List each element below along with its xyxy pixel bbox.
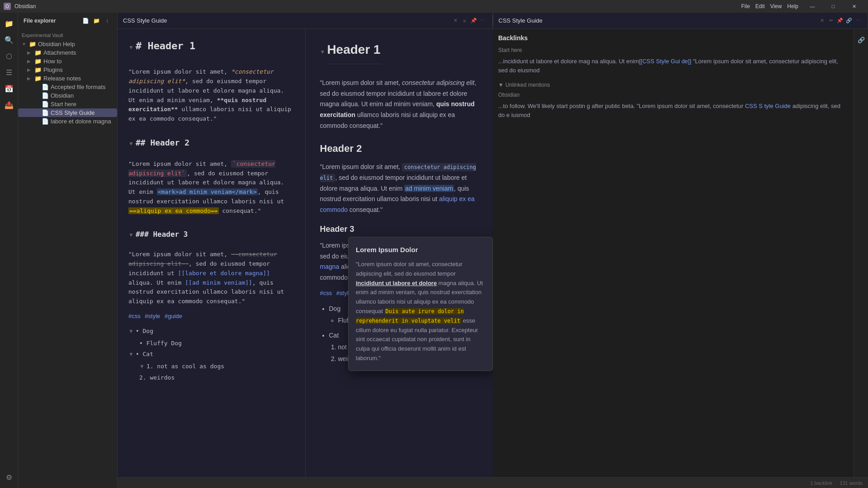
settings-icon[interactable]: ⚙ (2, 470, 16, 484)
menu-view[interactable]: View (770, 3, 782, 9)
new-file-button[interactable]: 📄 (81, 16, 90, 25)
list-item-cat-2: 2. weirdos (128, 373, 294, 383)
app-body: 📁 🔍 ⬡ ☰ 📅 📤 ⚙ File explorer 📄 📁 ↕ Experi… (0, 13, 868, 488)
tree-label-plugins: Plugins (43, 66, 113, 73)
tree-item-start-here[interactable]: ▶ 📄 Start here (18, 100, 117, 108)
collapse-cat[interactable]: ▼ (128, 350, 134, 359)
prev-link-veniam[interactable]: ad minim veniam (404, 185, 454, 192)
tab-left-title: CSS Style Guide (123, 17, 449, 24)
backlinks-css-style-link[interactable]: CSS S tyle Guide (745, 103, 791, 109)
menu-help[interactable]: Help (787, 3, 798, 9)
menu-file[interactable]: File (741, 3, 750, 9)
tree-item-obsidian[interactable]: ▶ 📄 Obsidian (18, 91, 117, 100)
tabs-row: CSS Style Guide ✕ ≡ 📌 ⋯ CSS Style Guide … (118, 13, 868, 29)
files-icon[interactable]: 📁 (2, 16, 16, 31)
tree-item-obsidian-help[interactable]: ▼ 📁 Obsidian Help (18, 40, 117, 48)
prev-italic: consectetur adipiscing elit (402, 79, 474, 86)
tooltip-title: Lorem Ipsum Dolor (356, 244, 485, 255)
tree-label-aff: Accepted file formats (51, 84, 113, 90)
maximize-button[interactable]: □ (823, 0, 844, 13)
graph-icon[interactable]: ⬡ (2, 49, 16, 63)
panel-wrapper: ▼ # Header 1 "Lorem ipsum dolor sit amet… (118, 29, 868, 477)
file-icon-css-style-guide: 📄 (42, 109, 49, 116)
tab-left-close[interactable]: ✕ (452, 17, 460, 25)
preview-header2: Header 2 (320, 141, 479, 156)
backlinks-unlinked-header[interactable]: ▼ Unlinked mentions (498, 82, 848, 88)
tree-item-accepted-file-formats[interactable]: ▶ 📄 Accepted file formats (18, 83, 117, 91)
tree-item-plugins[interactable]: ▶ 📁 Plugins (18, 66, 117, 74)
tab-right[interactable]: CSS Style Guide ✕ ✏ 📌 🔗 ⋯ (493, 13, 868, 28)
preview-content-right[interactable]: ▼ Header 1 "Lorem ipsum dolor sit amet, … (306, 29, 493, 477)
tab-left-pin[interactable]: 📌 (470, 17, 478, 25)
tree-item-attachments[interactable]: ▶ 📁 Attachments (18, 48, 117, 57)
tree-item-labore[interactable]: ▶ 📄 labore et dolore magna (18, 117, 117, 126)
status-backlinks: 1 backlink (810, 480, 832, 486)
menu-bar[interactable]: File Edit View Help (741, 3, 798, 9)
panels: ▼ # Header 1 "Lorem ipsum dolor sit amet… (118, 29, 493, 477)
tag-css[interactable]: #css (128, 313, 141, 319)
backlinks-start-text: ...incididunt ut labore et dolore mag na… (498, 57, 848, 75)
backlinks-obsidian-header[interactable]: Obsidian (498, 92, 848, 98)
tab-left-more[interactable]: ⋯ (479, 17, 487, 25)
close-button[interactable]: ✕ (844, 0, 864, 13)
tab-left-layout[interactable]: ≡ (461, 17, 469, 25)
tree-item-how-to[interactable]: ▶ 📁 How to (18, 57, 117, 66)
backlinks-section-header-start[interactable]: Start here (498, 47, 848, 53)
list-item-fluffy: • Fluffy Dog (128, 339, 294, 348)
editor-content-left[interactable]: ▼ # Header 1 "Lorem ipsum dolor sit amet… (118, 29, 305, 477)
wiki-link-1[interactable]: [[labore et dolore magna]] (178, 270, 270, 277)
collapse-h3[interactable]: ▼ (128, 231, 134, 239)
tooltip-highlight: incididunt ut labore et dolore (356, 280, 437, 286)
file-icon-aff: 📄 (42, 84, 49, 90)
collapse-dog[interactable]: ▼ (128, 327, 134, 336)
preview-collapse-h1[interactable]: ▼ (320, 48, 326, 56)
md-header3: ### Header 3 (136, 229, 188, 240)
md-header2: ## Header 2 (136, 136, 189, 150)
tab-right-edit[interactable]: ✏ (827, 17, 835, 25)
strike-text: ~~consectetur adipiscing elit~~ (128, 251, 277, 267)
tab-right-close[interactable]: ✕ (818, 17, 826, 25)
tree-label-obsidian-help: Obsidian Help (38, 41, 113, 47)
tab-right-pin[interactable]: 📌 (836, 17, 844, 25)
arrow-obsidian-help: ▼ (22, 42, 29, 47)
backlinks-unlinked-label: Unlinked mentions (505, 82, 550, 88)
kanban-icon[interactable]: ☰ (2, 65, 16, 80)
tab-right-link[interactable]: 🔗 (845, 17, 853, 25)
prev-tag-css[interactable]: #css (320, 290, 332, 296)
publish-icon[interactable]: 📤 (2, 98, 16, 112)
file-explorer: File explorer 📄 📁 ↕ Experimental Vault ▼… (18, 13, 118, 488)
preview-para1: "Lorem ipsum dolor sit amet, consectetur… (320, 78, 479, 131)
backlinks-css-link[interactable]: [[CSS Style Gui de]] (639, 58, 691, 65)
new-folder-button[interactable]: 📁 (92, 16, 101, 25)
tooltip-code: Duis aute irure dolor in reprehenderit i… (356, 308, 464, 324)
vault-label: Experimental Vault (18, 31, 117, 40)
tree-label-css-style-guide: CSS Style Guide (51, 109, 113, 116)
backlinks-icon[interactable]: 🔗 (854, 33, 868, 47)
status-words: 131 words (840, 480, 863, 486)
wiki-link-2[interactable]: [[ad minim veniam]] (185, 279, 252, 286)
tree-item-css-style-guide[interactable]: ▶ 📄 CSS Style Guide (18, 108, 117, 117)
tree-item-release-notes[interactable]: ▶ 📁 Release notes (18, 74, 117, 83)
calendar-icon[interactable]: 📅 (2, 81, 16, 96)
collapse-h2[interactable]: ▼ (128, 140, 134, 148)
tag-guide[interactable]: #guide (165, 313, 182, 319)
arrow-plugins: ▶ (27, 67, 34, 72)
file-icon-start-here: 📄 (42, 101, 49, 108)
minimize-button[interactable]: — (802, 0, 823, 13)
collapse-h1[interactable]: ▼ (128, 43, 134, 52)
prev-link-aliquip[interactable]: aliquip ex ea commodo (320, 195, 475, 213)
collapse-cat-1[interactable]: ▼ (139, 362, 145, 371)
tab-right-more[interactable]: ⋯ (854, 17, 862, 25)
file-explorer-title: File explorer (24, 18, 56, 24)
list-item-cat: • Cat (136, 350, 153, 359)
title-bar: O Obsidian File Edit View Help — □ ✕ (0, 0, 868, 13)
file-icon-labore: 📄 (42, 118, 49, 125)
tab-left[interactable]: CSS Style Guide ✕ ≡ 📌 ⋯ (118, 13, 493, 28)
sort-button[interactable]: ↕ (103, 16, 112, 25)
tag-style[interactable]: #style (145, 313, 160, 319)
search-icon[interactable]: 🔍 (2, 33, 16, 47)
md-header1: # Header 1 (136, 38, 195, 54)
folder-icon-plugins: 📁 (34, 66, 42, 73)
menu-edit[interactable]: Edit (755, 3, 765, 9)
file-icon-obsidian: 📄 (42, 92, 49, 99)
